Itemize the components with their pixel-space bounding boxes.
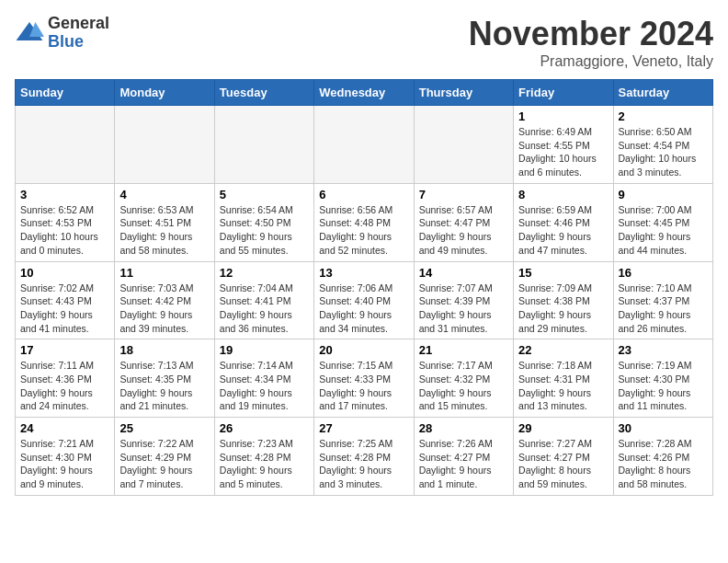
calendar-cell xyxy=(16,106,115,184)
calendar-table: SundayMondayTuesdayWednesdayThursdayFrid… xyxy=(15,79,713,496)
page-header: General Blue November 2024 Pramaggiore, … xyxy=(15,15,713,70)
day-number: 13 xyxy=(319,266,408,280)
day-number: 1 xyxy=(518,109,608,123)
weekday-header-tuesday: Tuesday xyxy=(214,80,313,106)
day-info: Sunrise: 7:07 AM Sunset: 4:39 PM Dayligh… xyxy=(419,282,508,336)
calendar-cell: 14Sunrise: 7:07 AM Sunset: 4:39 PM Dayli… xyxy=(414,261,513,339)
calendar-cell: 29Sunrise: 7:27 AM Sunset: 4:27 PM Dayli… xyxy=(514,418,613,496)
weekday-header-monday: Monday xyxy=(115,80,214,106)
weekday-header-thursday: Thursday xyxy=(414,80,513,106)
calendar-cell: 9Sunrise: 7:00 AM Sunset: 4:45 PM Daylig… xyxy=(613,183,712,261)
calendar-cell: 1Sunrise: 6:49 AM Sunset: 4:55 PM Daylig… xyxy=(514,106,613,184)
calendar-cell: 2Sunrise: 6:50 AM Sunset: 4:54 PM Daylig… xyxy=(613,106,712,184)
day-number: 25 xyxy=(119,421,209,435)
calendar-cell: 25Sunrise: 7:22 AM Sunset: 4:29 PM Dayli… xyxy=(115,418,214,496)
logo-general-text: General xyxy=(48,15,109,33)
day-info: Sunrise: 7:11 AM Sunset: 4:36 PM Dayligh… xyxy=(20,359,109,413)
weekday-header-row: SundayMondayTuesdayWednesdayThursdayFrid… xyxy=(16,80,713,106)
day-number: 23 xyxy=(619,343,708,357)
weekday-header-saturday: Saturday xyxy=(613,80,712,106)
day-info: Sunrise: 7:17 AM Sunset: 4:32 PM Dayligh… xyxy=(419,359,508,413)
calendar-cell xyxy=(214,106,313,184)
day-info: Sunrise: 6:53 AM Sunset: 4:51 PM Dayligh… xyxy=(119,203,209,258)
day-number: 27 xyxy=(319,421,408,435)
calendar-cell: 21Sunrise: 7:17 AM Sunset: 4:32 PM Dayli… xyxy=(414,339,513,418)
logo-icon xyxy=(15,18,44,48)
day-info: Sunrise: 7:15 AM Sunset: 4:33 PM Dayligh… xyxy=(319,359,408,413)
day-info: Sunrise: 7:26 AM Sunset: 4:27 PM Dayligh… xyxy=(419,437,508,491)
day-number: 26 xyxy=(220,421,309,435)
calendar-cell: 4Sunrise: 6:53 AM Sunset: 4:51 PM Daylig… xyxy=(115,183,214,261)
calendar-week-3: 10Sunrise: 7:02 AM Sunset: 4:43 PM Dayli… xyxy=(16,261,713,339)
calendar-cell: 20Sunrise: 7:15 AM Sunset: 4:33 PM Dayli… xyxy=(314,339,414,418)
calendar-cell: 12Sunrise: 7:04 AM Sunset: 4:41 PM Dayli… xyxy=(214,261,313,339)
calendar-cell: 16Sunrise: 7:10 AM Sunset: 4:37 PM Dayli… xyxy=(613,261,712,339)
calendar-cell: 17Sunrise: 7:11 AM Sunset: 4:36 PM Dayli… xyxy=(16,339,115,418)
day-number: 16 xyxy=(619,266,708,280)
month-title: November 2024 xyxy=(469,15,713,53)
day-info: Sunrise: 7:06 AM Sunset: 4:40 PM Dayligh… xyxy=(319,282,408,336)
calendar-cell: 22Sunrise: 7:18 AM Sunset: 4:31 PM Dayli… xyxy=(514,339,613,418)
calendar-header: SundayMondayTuesdayWednesdayThursdayFrid… xyxy=(16,80,713,106)
calendar-cell: 8Sunrise: 6:59 AM Sunset: 4:46 PM Daylig… xyxy=(514,183,613,261)
calendar-cell: 5Sunrise: 6:54 AM Sunset: 4:50 PM Daylig… xyxy=(214,183,313,261)
calendar-week-4: 17Sunrise: 7:11 AM Sunset: 4:36 PM Dayli… xyxy=(16,339,713,418)
calendar-cell: 19Sunrise: 7:14 AM Sunset: 4:34 PM Dayli… xyxy=(214,339,313,418)
day-number: 11 xyxy=(119,266,209,280)
day-number: 14 xyxy=(419,266,508,280)
day-number: 10 xyxy=(20,266,109,280)
day-info: Sunrise: 7:23 AM Sunset: 4:28 PM Dayligh… xyxy=(220,437,309,491)
day-number: 21 xyxy=(419,343,508,357)
calendar-week-2: 3Sunrise: 6:52 AM Sunset: 4:53 PM Daylig… xyxy=(16,183,713,261)
day-info: Sunrise: 7:18 AM Sunset: 4:31 PM Dayligh… xyxy=(518,359,608,413)
day-info: Sunrise: 7:22 AM Sunset: 4:29 PM Dayligh… xyxy=(119,437,209,491)
day-number: 7 xyxy=(419,188,508,201)
day-info: Sunrise: 7:09 AM Sunset: 4:38 PM Dayligh… xyxy=(518,282,608,336)
day-info: Sunrise: 7:00 AM Sunset: 4:45 PM Dayligh… xyxy=(619,203,708,258)
day-info: Sunrise: 7:14 AM Sunset: 4:34 PM Dayligh… xyxy=(220,359,309,413)
title-block: November 2024 Pramaggiore, Veneto, Italy xyxy=(469,15,713,70)
day-number: 3 xyxy=(20,188,109,201)
location-subtitle: Pramaggiore, Veneto, Italy xyxy=(469,53,713,70)
day-number: 15 xyxy=(518,266,608,280)
calendar-cell: 27Sunrise: 7:25 AM Sunset: 4:28 PM Dayli… xyxy=(314,418,414,496)
day-info: Sunrise: 7:04 AM Sunset: 4:41 PM Dayligh… xyxy=(220,282,309,336)
day-info: Sunrise: 6:57 AM Sunset: 4:47 PM Dayligh… xyxy=(419,203,508,258)
calendar-cell: 24Sunrise: 7:21 AM Sunset: 4:30 PM Dayli… xyxy=(16,418,115,496)
day-info: Sunrise: 7:25 AM Sunset: 4:28 PM Dayligh… xyxy=(319,437,408,491)
day-number: 17 xyxy=(20,343,109,357)
day-number: 4 xyxy=(119,188,209,201)
calendar-cell: 13Sunrise: 7:06 AM Sunset: 4:40 PM Dayli… xyxy=(314,261,414,339)
day-number: 6 xyxy=(319,188,408,201)
day-number: 22 xyxy=(518,343,608,357)
day-info: Sunrise: 7:19 AM Sunset: 4:30 PM Dayligh… xyxy=(619,359,708,413)
day-number: 9 xyxy=(619,188,708,201)
day-info: Sunrise: 7:02 AM Sunset: 4:43 PM Dayligh… xyxy=(20,282,109,336)
logo-text: General Blue xyxy=(48,15,109,52)
weekday-header-sunday: Sunday xyxy=(16,80,115,106)
day-info: Sunrise: 6:56 AM Sunset: 4:48 PM Dayligh… xyxy=(319,203,408,258)
calendar-week-1: 1Sunrise: 6:49 AM Sunset: 4:55 PM Daylig… xyxy=(16,106,713,184)
calendar-cell: 7Sunrise: 6:57 AM Sunset: 4:47 PM Daylig… xyxy=(414,183,513,261)
calendar-cell: 6Sunrise: 6:56 AM Sunset: 4:48 PM Daylig… xyxy=(314,183,414,261)
calendar-cell: 10Sunrise: 7:02 AM Sunset: 4:43 PM Dayli… xyxy=(16,261,115,339)
calendar-cell xyxy=(314,106,414,184)
day-info: Sunrise: 7:10 AM Sunset: 4:37 PM Dayligh… xyxy=(619,282,708,336)
day-number: 29 xyxy=(518,421,608,435)
day-info: Sunrise: 7:13 AM Sunset: 4:35 PM Dayligh… xyxy=(119,359,209,413)
calendar-cell xyxy=(115,106,214,184)
calendar-body: 1Sunrise: 6:49 AM Sunset: 4:55 PM Daylig… xyxy=(16,106,713,496)
day-number: 28 xyxy=(419,421,508,435)
day-info: Sunrise: 7:27 AM Sunset: 4:27 PM Dayligh… xyxy=(518,437,608,491)
day-number: 12 xyxy=(220,266,309,280)
day-number: 30 xyxy=(619,421,708,435)
weekday-header-wednesday: Wednesday xyxy=(314,80,414,106)
day-number: 18 xyxy=(119,343,209,357)
calendar-cell: 23Sunrise: 7:19 AM Sunset: 4:30 PM Dayli… xyxy=(613,339,712,418)
logo: General Blue xyxy=(15,15,109,52)
day-info: Sunrise: 7:03 AM Sunset: 4:42 PM Dayligh… xyxy=(119,282,209,336)
calendar-cell: 15Sunrise: 7:09 AM Sunset: 4:38 PM Dayli… xyxy=(514,261,613,339)
day-number: 19 xyxy=(220,343,309,357)
day-info: Sunrise: 6:52 AM Sunset: 4:53 PM Dayligh… xyxy=(20,203,109,258)
calendar-cell xyxy=(414,106,513,184)
